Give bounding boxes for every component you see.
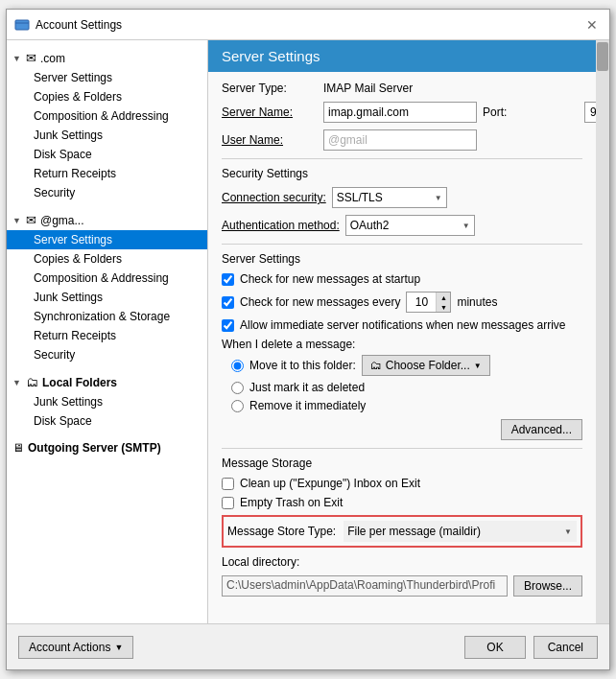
allow-immediate-checkbox[interactable]: [222, 319, 234, 332]
sidebar-item-sync-storage-2[interactable]: Synchronization & Storage: [7, 307, 207, 326]
account-actions-button[interactable]: Account Actions ▼: [18, 636, 133, 659]
check-every-row: Check for new messages every ▲ ▼ minutes: [222, 292, 582, 313]
sidebar-item-security-1[interactable]: Security: [7, 183, 207, 202]
mark-deleted-row: Just mark it as deleted: [231, 381, 582, 394]
account1-icon: ✉: [26, 51, 36, 65]
ok-button[interactable]: OK: [464, 636, 525, 659]
auth-method-select[interactable]: OAuth2 Normal password Encrypted passwor…: [345, 215, 475, 236]
account1-header[interactable]: ▼ ✉ .com: [7, 48, 207, 68]
remove-immediately-row: Remove it immediately: [231, 399, 582, 412]
sidebar-item-disk-space-1[interactable]: Disk Space: [7, 145, 207, 164]
message-store-type-select-wrap: File per message (maildir) File per fold…: [344, 521, 577, 542]
empty-trash-checkbox[interactable]: [222, 497, 234, 509]
message-store-type-select[interactable]: File per message (maildir) File per fold…: [344, 521, 577, 542]
auth-method-row: Authentication method: OAuth2 Normal pas…: [222, 215, 582, 236]
scrollbar[interactable]: [596, 40, 609, 623]
sidebar-item-return-receipts-1[interactable]: Return Receipts: [7, 164, 207, 183]
port-label: Port:: [483, 105, 579, 119]
advanced-button[interactable]: Advanced...: [501, 419, 582, 440]
account2-header[interactable]: ▼ ✉ @gma...: [7, 210, 207, 230]
check-every-spinner-btns: ▲ ▼: [436, 293, 450, 312]
account-settings-dialog: Account Settings ✕ ▼ ✉ .com Server Setti…: [6, 9, 610, 670]
sidebar-item-server-settings-2[interactable]: Server Settings: [7, 230, 207, 249]
browse-button[interactable]: Browse...: [513, 575, 582, 597]
empty-trash-row: Empty Trash on Exit: [222, 496, 582, 509]
scroll-thumb[interactable]: [597, 42, 608, 71]
svg-rect-0: [15, 20, 29, 30]
delete-options-group: Move it to this folder: 🗂 Choose Folder.…: [231, 355, 582, 412]
mark-deleted-radio[interactable]: [231, 382, 244, 394]
server-name-input[interactable]: [323, 102, 477, 123]
divider-1: [222, 158, 582, 159]
check-every-suffix: minutes: [457, 295, 497, 309]
check-every-up-btn[interactable]: ▲: [437, 293, 450, 302]
main-header: Server Settings: [208, 40, 596, 72]
security-settings-title: Security Settings: [222, 167, 582, 180]
local-folders-header[interactable]: ▼ 🗂 Local Folders: [7, 372, 207, 392]
message-store-type-box: Message Store Type: File per message (ma…: [222, 515, 582, 548]
outgoing-smtp-section: 🖥 Outgoing Server (SMTP): [7, 434, 207, 461]
local-directory-value: C:\Users\admin\AppData\Roaming\Thunderbi…: [222, 575, 508, 597]
cleanup-row: Clean up ("Expunge") Inbox on Exit: [222, 477, 582, 490]
sidebar-item-junk-settings-1[interactable]: Junk Settings: [7, 126, 207, 145]
check-every-value[interactable]: [407, 295, 436, 309]
auth-method-select-wrap: OAuth2 Normal password Encrypted passwor…: [345, 215, 475, 236]
sidebar-item-security-2[interactable]: Security: [7, 345, 207, 364]
account-actions-chevron: ▼: [114, 643, 123, 652]
sidebar-item-composition-1[interactable]: Composition & Addressing: [7, 106, 207, 126]
account2-icon: ✉: [26, 213, 36, 227]
chevron-down-icon: ▼: [12, 54, 22, 63]
sidebar-item-copies-folders-1[interactable]: Copies & Folders: [7, 87, 207, 106]
server-type-value: IMAP Mail Server: [323, 82, 413, 95]
outgoing-smtp-label: Outgoing Server (SMTP): [28, 441, 201, 455]
when-delete-row: When I delete a message:: [222, 338, 582, 351]
remove-immediately-radio[interactable]: [231, 400, 244, 412]
check-every-checkbox[interactable]: [222, 296, 234, 309]
connection-security-row: Connection security: SSL/TLS STARTTLS No…: [222, 187, 582, 208]
when-delete-label: When I delete a message:: [222, 338, 355, 351]
sidebar-item-disk-space-lf[interactable]: Disk Space: [7, 411, 207, 431]
port-spinner[interactable]: ▲ ▼: [584, 102, 596, 123]
title-bar: Account Settings ✕: [7, 10, 609, 40]
port-value[interactable]: [585, 105, 596, 119]
check-startup-checkbox[interactable]: [222, 273, 234, 286]
divider-3: [222, 448, 582, 449]
check-startup-row: Check for new messages at startup: [222, 272, 582, 286]
close-button[interactable]: ✕: [582, 15, 602, 35]
connection-security-select[interactable]: SSL/TLS STARTTLS None: [332, 187, 447, 208]
title-bar-left: Account Settings: [14, 17, 122, 33]
move-folder-radio[interactable]: [231, 360, 244, 372]
local-directory-label: Local directory:: [222, 555, 318, 569]
allow-immediate-row: Allow immediate server notifications whe…: [222, 318, 582, 332]
account-actions-label: Account Actions: [29, 641, 110, 654]
check-every-spinner[interactable]: ▲ ▼: [406, 292, 451, 313]
dialog-title: Account Settings: [36, 18, 122, 32]
cancel-button[interactable]: Cancel: [533, 636, 598, 659]
server-name-row: Server Name: Port: ▲ ▼ Default: 993: [222, 102, 582, 123]
folder-icon: 🗂: [370, 359, 382, 372]
sidebar-item-return-receipts-2[interactable]: Return Receipts: [7, 326, 207, 345]
mark-deleted-label: Just mark it as deleted: [249, 381, 365, 394]
outgoing-smtp-header[interactable]: 🖥 Outgoing Server (SMTP): [7, 438, 207, 457]
divider-2: [222, 244, 582, 245]
choose-folder-label: Choose Folder...: [386, 359, 470, 372]
sidebar-item-junk-lf[interactable]: Junk Settings: [7, 392, 207, 411]
move-folder-label: Move it to this folder:: [249, 359, 356, 372]
move-folder-row: Move it to this folder: 🗂 Choose Folder.…: [231, 355, 582, 376]
username-input[interactable]: [323, 129, 477, 151]
check-every-down-btn[interactable]: ▼: [437, 302, 450, 312]
sidebar-item-junk-settings-2[interactable]: Junk Settings: [7, 288, 207, 307]
account1-section: ▼ ✉ .com Server Settings Copies & Folder…: [7, 44, 207, 206]
server-settings-title: Server Settings: [222, 252, 582, 266]
advanced-btn-wrap: Advanced...: [222, 417, 582, 440]
choose-folder-button[interactable]: 🗂 Choose Folder... ▼: [362, 355, 490, 376]
connection-security-label: Connection security:: [222, 191, 326, 204]
sidebar: ▼ ✉ .com Server Settings Copies & Folder…: [7, 40, 208, 623]
account1-label: .com: [40, 52, 201, 65]
sidebar-item-copies-folders-2[interactable]: Copies & Folders: [7, 249, 207, 269]
sidebar-item-server-settings-1[interactable]: Server Settings: [7, 68, 207, 87]
cleanup-checkbox[interactable]: [222, 478, 234, 490]
local-folders-section: ▼ 🗂 Local Folders Junk Settings Disk Spa…: [7, 368, 207, 434]
server-type-label: Server Type:: [222, 82, 318, 95]
sidebar-item-composition-2[interactable]: Composition & Addressing: [7, 269, 207, 288]
